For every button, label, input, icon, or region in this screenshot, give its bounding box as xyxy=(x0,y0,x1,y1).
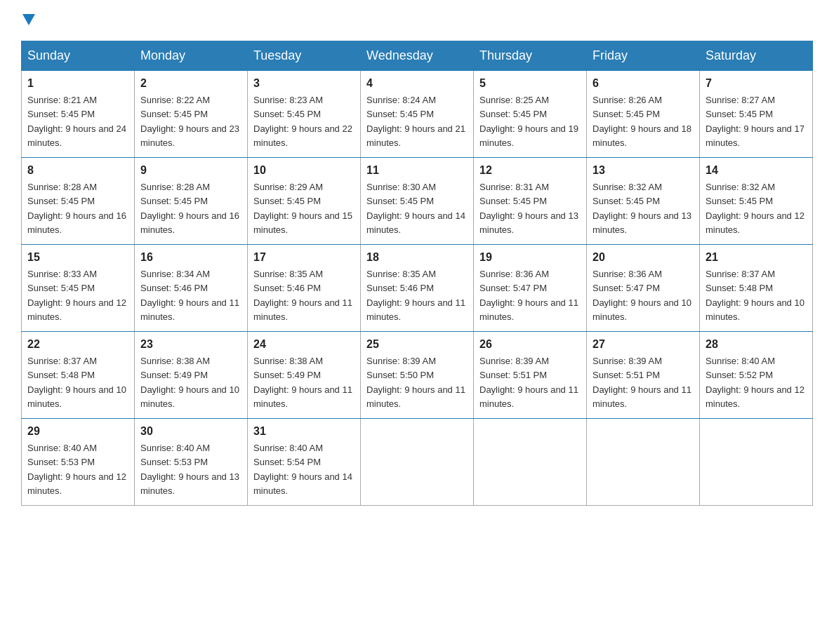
weekday-header-saturday: Saturday xyxy=(700,41,813,71)
day-info: Sunrise: 8:21 AMSunset: 5:45 PMDaylight:… xyxy=(27,95,126,148)
day-info: Sunrise: 8:32 AMSunset: 5:45 PMDaylight:… xyxy=(593,182,691,235)
day-number: 7 xyxy=(706,75,807,92)
day-number: 19 xyxy=(479,249,581,266)
calendar-cell: 9 Sunrise: 8:28 AMSunset: 5:45 PMDayligh… xyxy=(135,158,248,245)
day-info: Sunrise: 8:40 AMSunset: 5:53 PMDaylight:… xyxy=(140,443,239,496)
day-number: 29 xyxy=(27,423,128,440)
day-number: 9 xyxy=(140,162,241,179)
day-number: 4 xyxy=(366,75,468,92)
day-info: Sunrise: 8:24 AMSunset: 5:45 PMDaylight:… xyxy=(366,95,465,148)
day-number: 6 xyxy=(593,75,694,92)
day-number: 27 xyxy=(593,336,694,353)
calendar-cell: 15 Sunrise: 8:33 AMSunset: 5:45 PMDaylig… xyxy=(22,245,135,332)
calendar-cell: 25 Sunrise: 8:39 AMSunset: 5:50 PMDaylig… xyxy=(361,332,474,419)
page-header xyxy=(21,14,813,29)
day-info: Sunrise: 8:40 AMSunset: 5:53 PMDaylight:… xyxy=(27,443,126,496)
calendar-cell: 8 Sunrise: 8:28 AMSunset: 5:45 PMDayligh… xyxy=(22,158,135,245)
calendar-cell: 7 Sunrise: 8:27 AMSunset: 5:45 PMDayligh… xyxy=(700,71,813,158)
weekday-header-wednesday: Wednesday xyxy=(361,41,474,71)
day-info: Sunrise: 8:22 AMSunset: 5:45 PMDaylight:… xyxy=(140,95,239,148)
calendar-cell: 11 Sunrise: 8:30 AMSunset: 5:45 PMDaylig… xyxy=(361,158,474,245)
day-info: Sunrise: 8:36 AMSunset: 5:47 PMDaylight:… xyxy=(593,269,691,322)
day-info: Sunrise: 8:28 AMSunset: 5:45 PMDaylight:… xyxy=(27,182,126,235)
day-info: Sunrise: 8:27 AMSunset: 5:45 PMDaylight:… xyxy=(706,95,805,148)
calendar-cell xyxy=(587,419,700,506)
day-info: Sunrise: 8:23 AMSunset: 5:45 PMDaylight:… xyxy=(253,95,352,148)
calendar-cell: 16 Sunrise: 8:34 AMSunset: 5:46 PMDaylig… xyxy=(135,245,248,332)
day-number: 24 xyxy=(253,336,355,353)
day-number: 28 xyxy=(706,336,807,353)
day-number: 20 xyxy=(593,249,694,266)
day-info: Sunrise: 8:39 AMSunset: 5:51 PMDaylight:… xyxy=(479,356,578,409)
day-info: Sunrise: 8:29 AMSunset: 5:45 PMDaylight:… xyxy=(253,182,352,235)
calendar-cell xyxy=(361,419,474,506)
calendar-cell xyxy=(474,419,587,506)
day-info: Sunrise: 8:40 AMSunset: 5:52 PMDaylight:… xyxy=(706,356,805,409)
calendar-cell: 27 Sunrise: 8:39 AMSunset: 5:51 PMDaylig… xyxy=(587,332,700,419)
calendar-cell: 28 Sunrise: 8:40 AMSunset: 5:52 PMDaylig… xyxy=(700,332,813,419)
weekday-header-tuesday: Tuesday xyxy=(248,41,361,71)
day-info: Sunrise: 8:37 AMSunset: 5:48 PMDaylight:… xyxy=(27,356,126,409)
day-info: Sunrise: 8:34 AMSunset: 5:46 PMDaylight:… xyxy=(140,269,239,322)
day-info: Sunrise: 8:36 AMSunset: 5:47 PMDaylight:… xyxy=(479,269,578,322)
calendar-week-2: 8 Sunrise: 8:28 AMSunset: 5:45 PMDayligh… xyxy=(22,158,813,245)
calendar-cell: 17 Sunrise: 8:35 AMSunset: 5:46 PMDaylig… xyxy=(248,245,361,332)
day-info: Sunrise: 8:25 AMSunset: 5:45 PMDaylight:… xyxy=(479,95,578,148)
day-info: Sunrise: 8:30 AMSunset: 5:45 PMDaylight:… xyxy=(366,182,465,235)
day-number: 30 xyxy=(140,423,241,440)
calendar-cell: 3 Sunrise: 8:23 AMSunset: 5:45 PMDayligh… xyxy=(248,71,361,158)
day-number: 25 xyxy=(366,336,468,353)
calendar-cell: 19 Sunrise: 8:36 AMSunset: 5:47 PMDaylig… xyxy=(474,245,587,332)
calendar-cell: 12 Sunrise: 8:31 AMSunset: 5:45 PMDaylig… xyxy=(474,158,587,245)
calendar-week-3: 15 Sunrise: 8:33 AMSunset: 5:45 PMDaylig… xyxy=(22,245,813,332)
calendar-cell: 6 Sunrise: 8:26 AMSunset: 5:45 PMDayligh… xyxy=(587,71,700,158)
calendar-cell xyxy=(700,419,813,506)
weekday-header-friday: Friday xyxy=(587,41,700,71)
calendar-cell: 29 Sunrise: 8:40 AMSunset: 5:53 PMDaylig… xyxy=(22,419,135,506)
calendar-cell: 31 Sunrise: 8:40 AMSunset: 5:54 PMDaylig… xyxy=(248,419,361,506)
day-number: 1 xyxy=(27,75,128,92)
calendar-week-5: 29 Sunrise: 8:40 AMSunset: 5:53 PMDaylig… xyxy=(22,419,813,506)
calendar-cell: 22 Sunrise: 8:37 AMSunset: 5:48 PMDaylig… xyxy=(22,332,135,419)
day-number: 23 xyxy=(140,336,241,353)
day-number: 5 xyxy=(479,75,581,92)
calendar-cell: 4 Sunrise: 8:24 AMSunset: 5:45 PMDayligh… xyxy=(361,71,474,158)
day-number: 26 xyxy=(479,336,581,353)
day-number: 17 xyxy=(253,249,355,266)
calendar-cell: 2 Sunrise: 8:22 AMSunset: 5:45 PMDayligh… xyxy=(135,71,248,158)
calendar-cell: 18 Sunrise: 8:35 AMSunset: 5:46 PMDaylig… xyxy=(361,245,474,332)
weekday-header-row: SundayMondayTuesdayWednesdayThursdayFrid… xyxy=(22,41,813,71)
weekday-header-sunday: Sunday xyxy=(22,41,135,71)
day-number: 22 xyxy=(27,336,128,353)
calendar-table: SundayMondayTuesdayWednesdayThursdayFrid… xyxy=(21,41,813,506)
calendar-cell: 5 Sunrise: 8:25 AMSunset: 5:45 PMDayligh… xyxy=(474,71,587,158)
day-info: Sunrise: 8:38 AMSunset: 5:49 PMDaylight:… xyxy=(253,356,352,409)
day-info: Sunrise: 8:28 AMSunset: 5:45 PMDaylight:… xyxy=(140,182,239,235)
day-number: 10 xyxy=(253,162,355,179)
day-info: Sunrise: 8:38 AMSunset: 5:49 PMDaylight:… xyxy=(140,356,239,409)
calendar-cell: 30 Sunrise: 8:40 AMSunset: 5:53 PMDaylig… xyxy=(135,419,248,506)
calendar-cell: 24 Sunrise: 8:38 AMSunset: 5:49 PMDaylig… xyxy=(248,332,361,419)
day-info: Sunrise: 8:35 AMSunset: 5:46 PMDaylight:… xyxy=(253,269,352,322)
weekday-header-thursday: Thursday xyxy=(474,41,587,71)
calendar-week-1: 1 Sunrise: 8:21 AMSunset: 5:45 PMDayligh… xyxy=(22,71,813,158)
calendar-cell: 10 Sunrise: 8:29 AMSunset: 5:45 PMDaylig… xyxy=(248,158,361,245)
day-info: Sunrise: 8:31 AMSunset: 5:45 PMDaylight:… xyxy=(479,182,578,235)
day-info: Sunrise: 8:33 AMSunset: 5:45 PMDaylight:… xyxy=(27,269,126,322)
day-number: 12 xyxy=(479,162,581,179)
day-info: Sunrise: 8:37 AMSunset: 5:48 PMDaylight:… xyxy=(706,269,805,322)
day-info: Sunrise: 8:39 AMSunset: 5:50 PMDaylight:… xyxy=(366,356,465,409)
day-number: 18 xyxy=(366,249,468,266)
calendar-cell: 1 Sunrise: 8:21 AMSunset: 5:45 PMDayligh… xyxy=(22,71,135,158)
day-number: 3 xyxy=(253,75,355,92)
calendar-week-4: 22 Sunrise: 8:37 AMSunset: 5:48 PMDaylig… xyxy=(22,332,813,419)
calendar-cell: 26 Sunrise: 8:39 AMSunset: 5:51 PMDaylig… xyxy=(474,332,587,419)
weekday-header-monday: Monday xyxy=(135,41,248,71)
calendar-cell: 23 Sunrise: 8:38 AMSunset: 5:49 PMDaylig… xyxy=(135,332,248,419)
day-info: Sunrise: 8:35 AMSunset: 5:46 PMDaylight:… xyxy=(366,269,465,322)
calendar-cell: 13 Sunrise: 8:32 AMSunset: 5:45 PMDaylig… xyxy=(587,158,700,245)
day-number: 21 xyxy=(706,249,807,266)
day-number: 2 xyxy=(140,75,241,92)
logo xyxy=(21,14,35,29)
day-number: 31 xyxy=(253,423,355,440)
